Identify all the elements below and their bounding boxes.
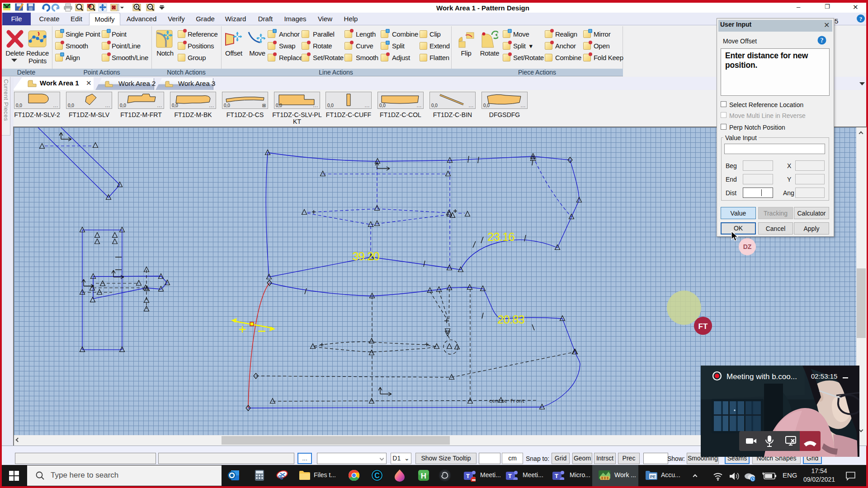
svg-text:DZ: DZ: [743, 243, 752, 250]
svg-text:FT: FT: [698, 322, 708, 331]
svg-text:23.16: 23.16: [487, 230, 515, 244]
svg-text:?: ?: [859, 15, 863, 22]
svg-text:20.83: 20.83: [497, 313, 525, 326]
svg-text:02:53:15: 02:53:15: [811, 372, 837, 380]
svg-text:Meeting with b.coo...: Meeting with b.coo...: [726, 372, 797, 381]
svg-text:centre front: centre front: [489, 399, 525, 404]
svg-text:T: T: [508, 473, 512, 479]
svg-text:C: C: [374, 472, 380, 479]
svg-text:T: T: [466, 473, 470, 479]
svg-text:39.20: 39.20: [352, 249, 380, 263]
svg-text:PE: PE: [650, 474, 656, 479]
svg-text:T: T: [555, 473, 558, 479]
svg-text:H: H: [421, 472, 426, 480]
svg-text:?: ?: [821, 37, 824, 44]
